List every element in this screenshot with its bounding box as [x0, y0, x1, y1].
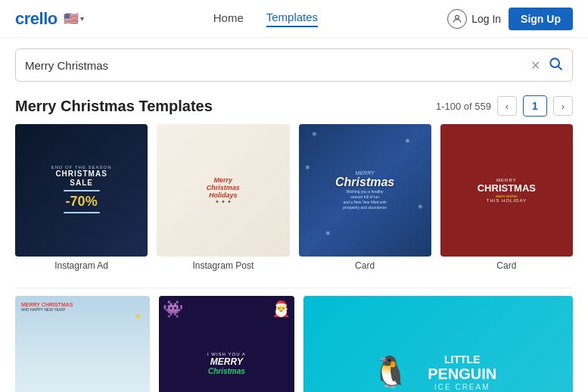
template-thumb-2: MerryChristmasHolidays ✦ ✦ ✦ — [157, 124, 289, 257]
pagination: 1-100 of 559 ‹ 1 › — [436, 95, 573, 117]
card-1-content: END OF THE SEASON CHRISTMASSALE -70% — [45, 159, 118, 222]
template-label-3: Card — [355, 260, 375, 271]
results-title: Merry Christmas Templates — [15, 98, 213, 115]
template-card-tumblr[interactable]: MERRY CHRISTMAS AND HAPPY NEW YEAR! ★ 🐧 … — [15, 296, 150, 392]
template-card-cartoon[interactable]: I WISH YOU A MERRY Christmas 👾 🎅 🦕 ⛄ Car… — [159, 296, 294, 392]
next-page-button[interactable]: › — [553, 96, 573, 116]
templates-row-2: MERRY CHRISTMAS AND HAPPY NEW YEAR! ★ 🐧 … — [0, 296, 588, 392]
search-section: ✕ — [0, 38, 588, 89]
logo-text: crello — [15, 9, 58, 29]
pagination-info: 1-100 of 559 — [436, 101, 491, 112]
signup-button[interactable]: Sign Up — [509, 8, 573, 30]
templates-row-1: END OF THE SEASON CHRISTMASSALE -70% Ins… — [0, 124, 588, 280]
clear-icon[interactable]: ✕ — [530, 58, 540, 73]
language-selector[interactable]: 🇺🇸 ▾ — [64, 11, 84, 26]
template-thumb-7: 🐧 LITTLE PENGUIN ICE CREAM — [303, 296, 574, 392]
template-card-facebook-cover[interactable]: 🐧 LITTLE PENGUIN ICE CREAM Facebook Vide… — [303, 296, 574, 392]
flag-icon: 🇺🇸 — [64, 11, 79, 26]
penguin-image: 🐧 — [372, 354, 409, 390]
search-button[interactable] — [548, 56, 563, 75]
template-thumb-4: MERRY CHRISTMAS warm wishes THIS HOLIDAY — [440, 124, 573, 257]
template-thumb-5: MERRY CHRISTMAS AND HAPPY NEW YEAR! ★ 🐧 … — [15, 296, 150, 392]
main-nav: Home Templates — [213, 11, 318, 27]
template-card-card-fireplace[interactable]: ❄ ❄ ❄ ❄ ❄ MERRY Christmas Wishing you a … — [299, 124, 431, 271]
search-input[interactable] — [25, 59, 530, 72]
template-label-4: Card — [496, 260, 516, 271]
header: crello 🇺🇸 ▾ Home Templates Log In Sign U… — [0, 0, 588, 38]
login-button[interactable]: Log In — [447, 9, 501, 29]
template-thumb-6: I WISH YOU A MERRY Christmas 👾 🎅 🦕 ⛄ — [159, 296, 294, 392]
template-label-1: Instagram Ad — [54, 260, 108, 271]
template-card-instagram-ad[interactable]: END OF THE SEASON CHRISTMASSALE -70% Ins… — [15, 124, 148, 271]
template-card-instagram-post[interactable]: MerryChristmasHolidays ✦ ✦ ✦ Instagram P… — [157, 124, 289, 271]
user-icon — [447, 9, 467, 29]
template-thumb-3: ❄ ❄ ❄ ❄ ❄ MERRY Christmas Wishing you a … — [299, 124, 431, 257]
header-right: Log In Sign Up — [447, 8, 573, 30]
logo[interactable]: crello — [15, 9, 58, 29]
results-header: Merry Christmas Templates 1-100 of 559 ‹… — [0, 89, 588, 124]
svg-line-2 — [558, 66, 562, 70]
search-bar: ✕ — [15, 48, 573, 82]
svg-point-1 — [550, 58, 559, 67]
chevron-down-icon: ▾ — [80, 14, 84, 23]
login-label: Log In — [471, 13, 501, 25]
template-label-2: Instagram Post — [193, 260, 254, 271]
svg-point-0 — [456, 15, 459, 19]
header-left: crello 🇺🇸 ▾ — [15, 9, 84, 29]
prev-page-button[interactable]: ‹ — [497, 96, 517, 116]
nav-home[interactable]: Home — [213, 11, 244, 26]
current-page: 1 — [523, 95, 547, 117]
nav-templates[interactable]: Templates — [266, 11, 318, 27]
monster-icon-1: 👾 — [163, 300, 183, 319]
template-thumb-1: END OF THE SEASON CHRISTMASSALE -70% — [15, 124, 148, 257]
section-divider — [15, 288, 573, 288]
template-card-card-red[interactable]: MERRY CHRISTMAS warm wishes THIS HOLIDAY… — [440, 124, 573, 271]
monster-icon-2: 🎅 — [272, 300, 291, 318]
